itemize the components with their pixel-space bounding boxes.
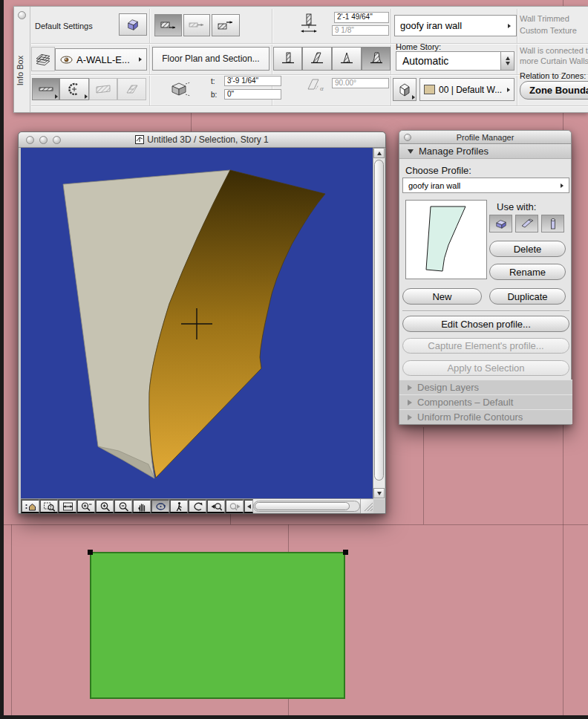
palette-close-button[interactable] — [404, 134, 411, 141]
3d-window-titlebar[interactable]: Untitled 3D / Selection, Story 1 — [19, 132, 385, 148]
scroll-up-button[interactable] — [373, 148, 385, 158]
uniform-profile-contours-section[interactable]: Uniform Profile Contours — [399, 409, 572, 424]
status-curtain-line2: more Curtain Walls — [520, 56, 588, 65]
hscroll-left-button[interactable] — [244, 499, 253, 513]
wall-icon — [125, 17, 140, 32]
profile-manager-titlebar[interactable]: Profile Manager — [399, 131, 571, 144]
bottom-offset-field[interactable]: 0" — [224, 89, 281, 100]
wall-default-settings-button[interactable] — [119, 13, 147, 36]
geometry-trapezoid-button[interactable] — [89, 78, 117, 100]
geometry-straight-button[interactable] — [32, 78, 59, 100]
geometry-curved-button[interactable] — [59, 78, 89, 100]
horizontal-scrollbar[interactable] — [253, 501, 360, 512]
wall-type-complex-button[interactable] — [362, 47, 391, 71]
chevron-right-icon — [508, 24, 511, 28]
components-section[interactable]: Components – Default — [399, 394, 572, 409]
vertical-scroll-thumb[interactable] — [374, 160, 384, 481]
zoom-out-button[interactable] — [114, 499, 132, 513]
wall-type-doubleslanted-button[interactable] — [332, 47, 362, 71]
zoom-in-button[interactable] — [95, 499, 114, 513]
disclosure-down-icon — [408, 149, 414, 154]
rename-button[interactable]: Rename — [489, 264, 566, 280]
duplicate-button[interactable]: Duplicate — [489, 288, 566, 305]
fit-in-window-button[interactable] — [58, 499, 76, 513]
plan-line — [230, 513, 231, 524]
layer-dropdown[interactable]: A-WALL-E... — [55, 48, 147, 71]
selected-wall-plan[interactable] — [90, 552, 345, 699]
look-around-button[interactable] — [188, 499, 206, 513]
layer-settings-button[interactable] — [31, 47, 55, 71]
zoom-button[interactable] — [53, 136, 61, 144]
material-view-button[interactable] — [393, 78, 416, 101]
use-with-column-button[interactable] — [541, 215, 564, 232]
profile-dropdown[interactable]: goofy iran wall — [394, 15, 517, 36]
chevron-right-icon — [561, 183, 564, 188]
geometry-polygon-button[interactable] — [117, 78, 146, 100]
choose-profile-dropdown[interactable]: goofy iran wall — [402, 178, 569, 193]
refline-center-button[interactable] — [183, 14, 210, 36]
infobox-collapse-button[interactable] — [18, 11, 26, 19]
wall-thickness-field[interactable]: 9 1/8" — [332, 25, 389, 36]
components-label: Components – Default — [417, 397, 513, 408]
view-options-button[interactable] — [21, 499, 39, 513]
horizontal-scroll-thumb[interactable] — [255, 502, 350, 510]
material-dropdown[interactable]: 00 | Default W... — [419, 78, 514, 101]
plan-line — [11, 524, 12, 715]
design-layers-section[interactable]: Design Layers — [399, 380, 572, 394]
pan-button[interactable] — [132, 499, 151, 513]
wall-icon — [494, 218, 508, 230]
refline-right-button[interactable] — [212, 14, 240, 36]
floor-plan-section-button[interactable]: Floor Plan and Section... — [152, 47, 270, 71]
window-resize-grip[interactable] — [360, 499, 373, 513]
selection-handle[interactable] — [343, 550, 348, 555]
slant-angle-field[interactable]: 90.00° — [332, 78, 389, 88]
divider — [149, 9, 150, 106]
flyout-arrow-icon — [85, 94, 88, 99]
previous-view-button[interactable] — [206, 499, 225, 513]
explore-button[interactable] — [169, 499, 188, 513]
capture-element-profile-button[interactable]: Capture Element's profile... — [402, 338, 569, 354]
next-zoom-icon — [229, 501, 241, 512]
zoom-plus-minus-icon — [80, 501, 93, 512]
manage-profiles-header[interactable]: Manage Profiles — [399, 144, 571, 159]
scroll-down-button[interactable] — [373, 488, 385, 498]
wall-height-field[interactable]: 2'-1 49/64" — [334, 12, 389, 23]
vertical-scrollbar[interactable] — [373, 148, 385, 499]
delete-button[interactable]: Delete — [489, 241, 566, 257]
3d-navigation-bar — [21, 498, 373, 513]
divider — [517, 9, 517, 106]
stepper-control[interactable] — [500, 52, 514, 70]
profile-preview-shape — [426, 206, 466, 271]
3d-viewport[interactable] — [21, 148, 373, 499]
use-with-beam-button[interactable] — [515, 215, 538, 232]
home-story-select[interactable]: Automatic — [396, 51, 514, 71]
cube-icon — [398, 82, 411, 97]
marquee-zoom-button[interactable] — [39, 499, 58, 513]
wall-type-straight-button[interactable] — [273, 47, 302, 71]
refline-left-button[interactable] — [154, 14, 182, 36]
apply-to-selection-button[interactable]: Apply to Selection — [402, 360, 569, 376]
next-view-button[interactable] — [225, 499, 244, 513]
minimize-button[interactable] — [39, 136, 48, 144]
close-button[interactable] — [26, 136, 34, 144]
divider — [31, 74, 588, 75]
refline-left-icon — [160, 21, 177, 30]
disclosure-right-icon — [408, 400, 412, 406]
choose-profile-label: Choose Profile: — [405, 165, 471, 176]
zoom-extent-button[interactable] — [76, 499, 95, 513]
eye-icon — [60, 56, 73, 64]
new-button[interactable]: New — [402, 288, 482, 305]
3d-window: Untitled 3D / Selection, Story 1 — [18, 131, 386, 514]
wall-type-slanted-button[interactable] — [302, 47, 332, 71]
status-curtain-line1: Wall is connected to o — [520, 46, 588, 55]
use-with-wall-button[interactable] — [489, 215, 512, 232]
orbit-icon — [154, 501, 167, 512]
beam-icon — [520, 218, 534, 230]
t-label: t: — [211, 77, 215, 85]
top-offset-field[interactable]: 3'-9 1/64" — [224, 76, 281, 86]
relation-to-zones-button[interactable]: Zone Boundary — [520, 81, 588, 100]
selection-handle[interactable] — [88, 550, 93, 555]
hand-pan-icon — [136, 501, 148, 512]
orbit-button[interactable] — [151, 499, 169, 513]
edit-chosen-profile-button[interactable]: Edit Chosen profile... — [402, 316, 569, 332]
